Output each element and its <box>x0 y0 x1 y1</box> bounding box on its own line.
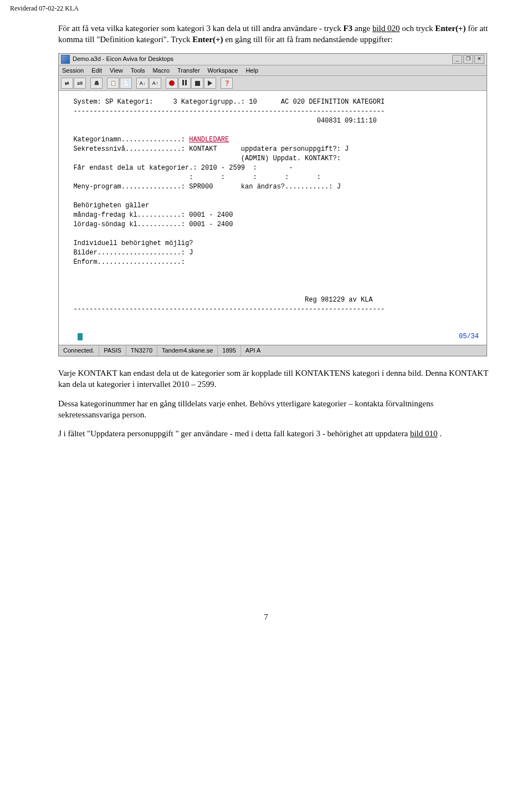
menu-workspace[interactable]: Workspace <box>208 67 238 75</box>
document-body: För att få veta vilka kategorier som kat… <box>0 13 532 469</box>
t-l4c: Enform.....................: <box>65 258 185 266</box>
tb-help-button[interactable]: ❓ <box>221 78 233 89</box>
p4-bild010-link: bild 010 <box>410 429 438 438</box>
t-l3b: måndag-fredag kl...........: 0001 - 2400 <box>65 211 233 219</box>
status-api: API A <box>241 345 265 356</box>
p4-post: . <box>438 429 442 438</box>
menubar: Session Edit View Tools Macro Transfer W… <box>59 65 487 76</box>
t-l1c: 040831 09:11:10 <box>65 117 377 125</box>
close-button[interactable]: ✕ <box>474 55 484 64</box>
tb-btn-3[interactable]: 🖶 <box>90 78 103 89</box>
status-term: TN3270 <box>126 345 157 356</box>
tb-font-up[interactable]: A↑ <box>149 78 161 89</box>
terminal-cursor-row <box>65 332 83 341</box>
p4-pre: J i fältet "Uppdatera personuppgift " ge… <box>58 429 410 438</box>
t-l2e: : : : : : <box>65 174 321 181</box>
record-icon <box>169 80 175 86</box>
t-kategorinamn-value: HANDLEDARE <box>189 136 229 144</box>
toolbar: ⇄ a9 🖶 📋 📄 A↓ A↑ ❓ <box>59 76 487 91</box>
tb-font-down[interactable]: A↓ <box>136 78 149 89</box>
statusbar: Connected. PASIS TN3270 Tandem4.skane.se… <box>59 345 487 356</box>
t-l2a: Kategorinamn...............: <box>65 136 189 144</box>
status-connected: Connected. <box>59 345 99 356</box>
tb-btn-2[interactable]: a9 <box>74 78 86 89</box>
t-l4a: Individuell behörighet möjlig? <box>65 239 193 247</box>
window-title: Demo.a3d - Eicon Aviva for Desktops <box>73 55 173 63</box>
tb-btn-5[interactable]: 📄 <box>120 78 132 89</box>
tb-pause-button[interactable] <box>178 78 191 89</box>
paragraph-3: Dessa kategorinummer har en gång tilldel… <box>58 398 493 421</box>
menu-edit[interactable]: Edit <box>91 67 102 75</box>
paragraph-2: Varje KONTAKT kan endast dela ut de kate… <box>58 368 493 390</box>
p1-enter2: Enter(+) <box>192 35 223 44</box>
p1-mid1: ange <box>352 24 372 33</box>
tb-play-button[interactable] <box>204 78 216 89</box>
maximize-button[interactable]: ❐ <box>463 55 473 64</box>
paragraph-4: J i fältet "Uppdatera personuppgift " ge… <box>58 428 493 439</box>
p1-enter: Enter(+) <box>435 24 466 33</box>
terminal-screen[interactable]: System: SP Kategori: 3 Kategorigrupp..: … <box>59 91 487 345</box>
t-l3c: lördag-söndag kl...........: 0001 - 2400 <box>65 221 233 228</box>
minimize-button[interactable]: _ <box>452 55 462 64</box>
tb-record-button[interactable] <box>166 78 178 89</box>
paragraph-1: För att få veta vilka kategorier som kat… <box>58 23 493 45</box>
tb-btn-1[interactable]: ⇄ <box>61 78 73 89</box>
p1-text-pre: För att få veta vilka kategorier som kat… <box>58 24 343 33</box>
t-l4b: Bilder.....................: J <box>65 249 193 257</box>
play-icon <box>208 80 212 86</box>
app-icon <box>61 55 70 64</box>
p1-end: en gång till för att få fram nedanståend… <box>223 35 392 44</box>
t-l2f: Meny-program...............: SPR000 kan … <box>65 183 341 191</box>
t-l1a: System: SP Kategori: 3 Kategorigrupp..: … <box>65 98 385 106</box>
p1-f3: F3 <box>343 24 352 33</box>
cursor-icon <box>78 333 83 340</box>
p1-bild020-link: bild 020 <box>372 24 400 33</box>
t-l6: ----------------------------------------… <box>65 305 385 313</box>
menu-help[interactable]: Help <box>245 67 258 75</box>
tb-btn-4[interactable]: 📋 <box>107 78 119 89</box>
terminal-page-indicator: 05/34 <box>459 332 479 341</box>
tb-stop-button[interactable] <box>191 78 203 89</box>
menu-macro[interactable]: Macro <box>152 67 170 75</box>
t-l2d: Får endast dela ut kategorier.: 2010 - 2… <box>65 164 293 172</box>
t-l3a: Behörigheten gäller <box>65 202 149 210</box>
status-port: 1895 <box>218 345 241 356</box>
pause-icon <box>182 80 187 87</box>
t-l2b: Sekretessnivå..............: KONTAKT upp… <box>65 145 349 153</box>
status-sys: PASIS <box>99 345 126 356</box>
titlebar: Demo.a3d - Eicon Aviva for Desktops _ ❐ … <box>59 54 487 65</box>
app-window: Demo.a3d - Eicon Aviva for Desktops _ ❐ … <box>58 53 487 357</box>
menu-session[interactable]: Session <box>62 67 84 75</box>
t-l5: Reg 981229 av KLA <box>65 296 373 304</box>
t-l2c: (ADMIN) Uppdat. KONTAKT?: <box>65 155 341 162</box>
menu-view[interactable]: View <box>110 67 123 75</box>
p1-mid2: och tryck <box>400 24 435 33</box>
menu-transfer[interactable]: Transfer <box>177 67 200 75</box>
t-l1b: ----------------------------------------… <box>65 108 385 115</box>
status-host: Tandem4.skane.se <box>157 345 218 356</box>
window-buttons: _ ❐ ✕ <box>452 55 484 64</box>
page-revision-header: Reviderad 07-02-22 KLA <box>0 0 532 13</box>
page-number: 7 <box>0 469 532 633</box>
stop-icon <box>195 81 200 86</box>
menu-tools[interactable]: Tools <box>131 67 145 75</box>
